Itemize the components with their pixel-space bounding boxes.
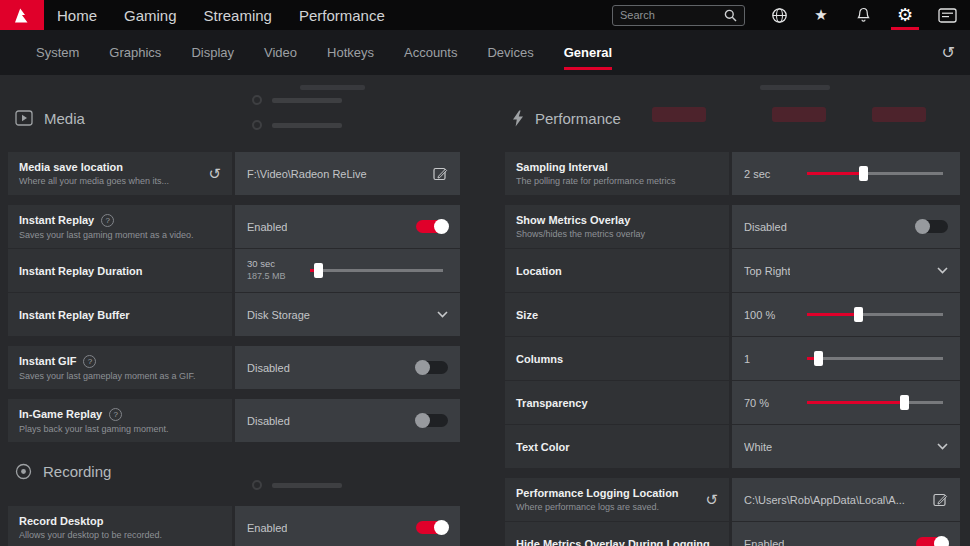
media-save-location-path: F:\Video\Radeon ReLive: [247, 168, 367, 180]
hide-metrics-overlay-state: Enabled: [744, 538, 784, 546]
nav-home[interactable]: Home: [57, 7, 97, 24]
text-color-dropdown[interactable]: White: [732, 425, 960, 468]
logging-location-path: C:\Users\Rob\AppData\Local\A...: [744, 494, 905, 506]
top-icon-group: ★ ⚙: [758, 0, 968, 30]
slider-thumb[interactable]: [900, 395, 909, 410]
media-save-location-value-cell: F:\Video\Radeon ReLive: [235, 152, 460, 195]
setting-description: Saves your last gaming moment as a video…: [19, 230, 194, 240]
row-media-save-location: Media save location Where all your media…: [8, 152, 460, 195]
setting-title: Record Desktop: [19, 515, 103, 527]
setting-description: Where performance logs are saved.: [516, 502, 679, 512]
search-icon: [724, 9, 737, 22]
feed-icon[interactable]: [926, 0, 968, 30]
instant-gif-state: Disabled: [247, 362, 290, 374]
reset-logging-location-icon[interactable]: ↺: [705, 491, 718, 509]
performance-column: Performance Sampling Interval The pollin…: [505, 75, 960, 546]
tab-display[interactable]: Display: [176, 30, 249, 75]
sampling-interval-value: 2 sec: [744, 168, 799, 180]
media-icon: [15, 110, 33, 126]
setting-title: Instant GIF: [19, 355, 76, 367]
setting-description: Shows/hides the metrics overlay: [516, 229, 645, 239]
gear-settings-icon[interactable]: ⚙: [884, 0, 926, 30]
performance-section-header: Performance: [505, 107, 960, 129]
instant-replay-group: Instant Replay ? Saves your last gaming …: [8, 205, 460, 336]
row-in-game-replay: In-Game Replay ? Plays back your last ga…: [8, 399, 460, 442]
tab-system[interactable]: System: [21, 30, 94, 75]
sampling-interval-slider[interactable]: [807, 172, 943, 175]
row-transparency: Transparency 70 %: [505, 381, 960, 424]
location-dropdown[interactable]: Top Right: [732, 249, 960, 292]
setting-description: The polling rate for performance metrics: [516, 176, 676, 186]
instant-replay-toggle[interactable]: [416, 220, 448, 233]
row-instant-gif: Instant GIF ? Saves your last gameplay m…: [8, 346, 460, 389]
chevron-down-icon: [437, 311, 448, 318]
tab-hotkeys[interactable]: Hotkeys: [312, 30, 389, 75]
columns-slider[interactable]: [807, 357, 943, 360]
search-box[interactable]: [612, 5, 745, 26]
setting-title: Media save location: [19, 161, 123, 173]
transparency-value: 70 %: [744, 397, 799, 409]
setting-title: Instant Replay Buffer: [19, 309, 130, 321]
transparency-slider[interactable]: [807, 401, 943, 404]
slider-thumb[interactable]: [854, 307, 863, 322]
record-desktop-toggle[interactable]: [416, 521, 448, 534]
show-metrics-overlay-toggle[interactable]: [916, 220, 948, 233]
setting-description: Saves your last gameplay moment as a GIF…: [19, 371, 196, 381]
edit-logging-location-icon[interactable]: [925, 492, 948, 507]
notifications-bell-icon[interactable]: [842, 0, 884, 30]
tab-accounts[interactable]: Accounts: [389, 30, 472, 75]
row-hide-metrics-overlay-during-logging: Hide Metrics Overlay During Logging Enab…: [505, 522, 960, 546]
radeon-logo-mark: [13, 7, 32, 24]
search-input[interactable]: [620, 9, 724, 21]
restore-defaults-icon[interactable]: ↺: [942, 43, 955, 62]
edit-media-save-location-icon[interactable]: [425, 166, 448, 181]
hide-metrics-overlay-toggle[interactable]: [916, 537, 948, 546]
nav-streaming[interactable]: Streaming: [204, 7, 272, 24]
help-icon[interactable]: ?: [109, 408, 122, 421]
nav-performance[interactable]: Performance: [299, 7, 385, 24]
tab-general[interactable]: General: [549, 30, 627, 75]
recording-section-header: Recording: [8, 460, 460, 482]
slider-thumb[interactable]: [314, 263, 323, 278]
row-show-metrics-overlay: Show Metrics Overlay Shows/hides the met…: [505, 205, 960, 248]
setting-description: Allows your desktop to be recorded.: [19, 530, 162, 540]
chevron-down-icon: [937, 443, 948, 450]
show-metrics-overlay-state: Disabled: [744, 221, 787, 233]
tab-devices[interactable]: Devices: [472, 30, 548, 75]
instant-gif-toggle[interactable]: [416, 361, 448, 374]
instant-replay-duration-slider[interactable]: [310, 269, 443, 272]
media-save-location-label-cell: Media save location Where all your media…: [8, 152, 232, 195]
setting-title: Hide Metrics Overlay During Logging: [516, 538, 710, 546]
slider-thumb[interactable]: [859, 166, 868, 181]
setting-title: Show Metrics Overlay: [516, 214, 630, 226]
performance-section-title: Performance: [535, 110, 621, 127]
star-favorites-icon[interactable]: ★: [800, 0, 842, 30]
row-location: Location Top Right: [505, 249, 960, 292]
help-icon[interactable]: ?: [101, 214, 114, 227]
media-section-title: Media: [44, 110, 85, 127]
tab-graphics[interactable]: Graphics: [94, 30, 176, 75]
setting-title: Instant Replay: [19, 214, 94, 226]
instant-replay-buffer-dropdown[interactable]: Disk Storage: [235, 293, 460, 336]
row-size: Size 100 %: [505, 293, 960, 336]
size-slider[interactable]: [807, 313, 943, 316]
globe-icon[interactable]: [758, 0, 800, 30]
slider-thumb[interactable]: [814, 351, 823, 366]
media-save-location-group: Media save location Where all your media…: [8, 152, 460, 195]
tab-video[interactable]: Video: [249, 30, 312, 75]
media-section-header: Media: [8, 107, 460, 129]
setting-title: Sampling Interval: [516, 161, 608, 173]
nav-gaming[interactable]: Gaming: [124, 7, 177, 24]
reset-media-save-location-icon[interactable]: ↺: [208, 165, 221, 183]
instant-gif-group: Instant GIF ? Saves your last gameplay m…: [8, 346, 460, 389]
in-game-replay-toggle[interactable]: [416, 414, 448, 427]
radeon-software-logo[interactable]: [0, 0, 44, 30]
sampling-interval-group: Sampling Interval The polling rate for p…: [505, 152, 960, 195]
in-game-replay-group: In-Game Replay ? Plays back your last ga…: [8, 399, 460, 442]
help-icon[interactable]: ?: [83, 355, 96, 368]
row-record-desktop: Record Desktop Allows your desktop to be…: [8, 506, 460, 546]
record-icon: [15, 463, 32, 480]
metrics-overlay-group: Show Metrics Overlay Shows/hides the met…: [505, 205, 960, 468]
media-recording-column: Media Media save location Where all your…: [8, 75, 460, 546]
logging-group: Performance Logging Location Where perfo…: [505, 478, 960, 546]
